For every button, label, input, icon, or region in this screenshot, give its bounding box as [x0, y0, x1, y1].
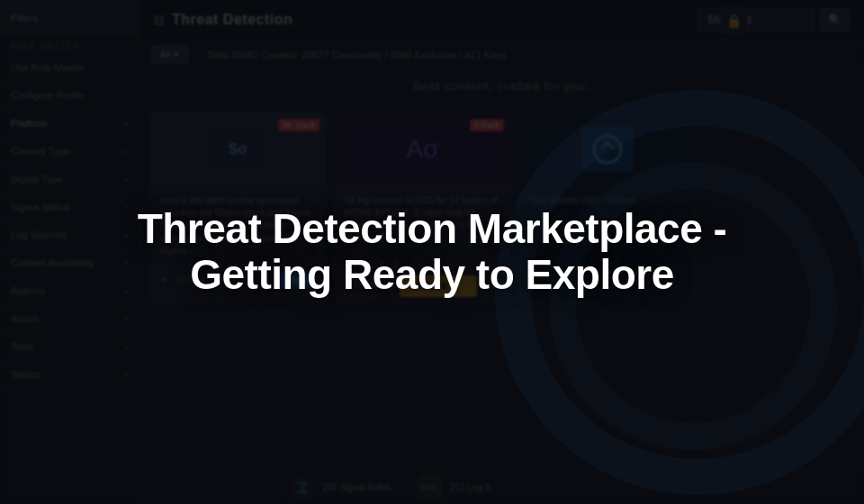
- main-overlay-card: Threat Detection Marketplace - Getting R…: [126, 206, 738, 297]
- main-title: Threat Detection Marketplace - Getting R…: [126, 206, 738, 297]
